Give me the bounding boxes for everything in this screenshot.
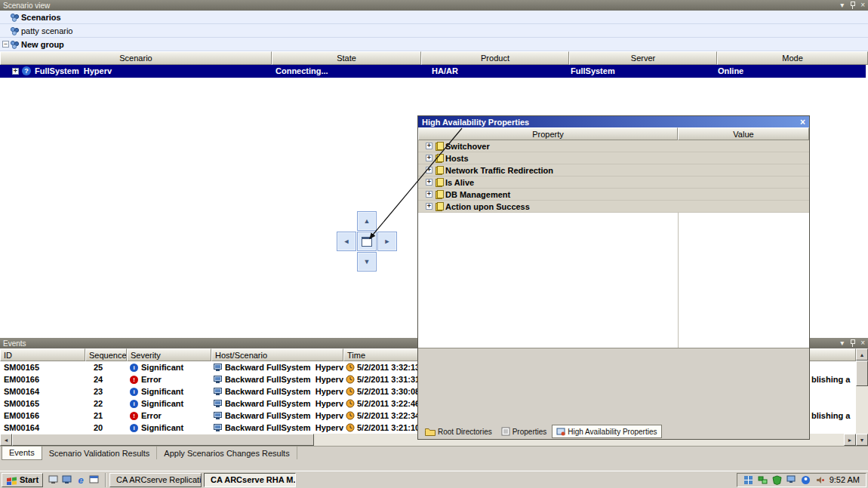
scenario-group-icon (10, 26, 20, 35)
column-header-scenario[interactable]: Scenario (0, 51, 272, 65)
dock-center-button[interactable] (357, 232, 377, 251)
tab-events[interactable]: Events (2, 447, 42, 460)
start-label: Start (20, 475, 38, 484)
clock-icon (346, 375, 355, 384)
pin-icon[interactable] (849, 339, 855, 347)
taskbar-clock[interactable]: 9:52 AM (830, 475, 860, 484)
scroll-up-icon[interactable]: ▲ (856, 348, 868, 361)
arrow-right-icon: ► (384, 238, 391, 245)
column-header-severity[interactable]: Severity (127, 348, 211, 361)
events-tabs: Events Scenario Validation Results Apply… (0, 446, 868, 459)
tab-apply-scenarios-changes-results[interactable]: Apply Scenarios Changes Results (157, 447, 297, 459)
close-icon[interactable]: × (860, 339, 865, 347)
significant-icon: i (130, 424, 138, 432)
quick-launch-bar: e (43, 473, 106, 487)
event-severity: Error (141, 375, 162, 384)
start-button[interactable]: Start (2, 473, 43, 487)
scenario-view-titlebar[interactable]: Scenario view ▾ × (0, 0, 868, 11)
tree-item-scenarios[interactable]: Scenarios (0, 11, 868, 24)
property-group-icon (436, 142, 444, 151)
column-header-mode[interactable]: Mode (717, 51, 868, 65)
property-group-label: Action upon Success (445, 202, 530, 211)
scroll-right-icon[interactable]: ► (844, 434, 856, 446)
taskbar-button-label: CA ARCserve RHA M... (211, 475, 296, 484)
tab-label: Root Directories (438, 428, 492, 436)
dock-up-button[interactable]: ▲ (357, 211, 377, 231)
dialog-titlebar[interactable]: High Availability Properties × (418, 116, 809, 127)
expand-expander-icon[interactable]: + (426, 155, 432, 161)
taskbar-button-arcserve-rha-manager[interactable]: CA ARCserve RHA M... (204, 473, 296, 487)
vertical-scrollbar[interactable]: ▲ ▼ (856, 348, 868, 446)
column-header-state[interactable]: State (272, 51, 421, 65)
column-header-sequence[interactable]: Sequence ▽ (85, 348, 127, 361)
property-group-is-alive[interactable]: + Is Alive (418, 176, 809, 189)
scrollbar-thumb[interactable] (12, 434, 314, 446)
expand-expander-icon[interactable]: + (426, 191, 432, 198)
property-group-hosts[interactable]: + Hosts (418, 152, 809, 164)
event-host: Backward FullSystem Hyperv (225, 399, 343, 408)
window-launch-icon[interactable] (89, 474, 100, 485)
expand-expander-icon[interactable]: + (426, 179, 432, 186)
display-tray-icon[interactable] (786, 474, 797, 485)
volume-icon[interactable] (815, 474, 826, 485)
dropdown-icon[interactable]: ▾ (840, 2, 844, 9)
scrollbar-thumb[interactable] (856, 361, 868, 386)
property-group-db-management[interactable]: + DB Management (418, 189, 809, 201)
event-time: 5/2/2011 3:30:08 (357, 387, 420, 396)
dock-right-button[interactable]: ► (377, 232, 397, 251)
property-group-network-traffic-redirection[interactable]: + Network Traffic Redirection (418, 164, 809, 176)
tree-item-new-group[interactable]: − New group (0, 38, 868, 51)
taskbar-button-arcserve-replication[interactable]: CA ARCserve Replication... (109, 473, 202, 487)
close-icon[interactable]: × (860, 2, 865, 9)
event-id: SM00164 (0, 387, 85, 396)
event-host: Backward FullSystem Hyperv (225, 411, 343, 420)
taskbar-button-label: CA ARCserve Replication... (116, 475, 202, 484)
column-header-product[interactable]: Product (421, 51, 569, 65)
dock-down-button[interactable]: ▼ (357, 252, 377, 272)
event-severity: Significant (141, 423, 183, 432)
expand-expander-icon[interactable]: + (426, 167, 432, 173)
column-header-server[interactable]: Server (569, 51, 717, 65)
tab-high-availability-properties[interactable]: High Availability Properties (552, 425, 661, 438)
scenario-server: FullSystem (571, 66, 615, 75)
dropdown-icon[interactable]: ▾ (840, 339, 844, 347)
expand-expander-icon[interactable]: + (12, 68, 19, 75)
display-launch-icon[interactable] (62, 474, 72, 485)
event-time: 5/2/2011 3:21:10 (357, 423, 420, 432)
property-group-action-upon-success[interactable]: + Action upon Success (418, 201, 809, 213)
properties-icon (501, 427, 510, 436)
column-header-id[interactable]: ID (0, 348, 85, 361)
column-header-host-scenario[interactable]: Host/Scenario (211, 348, 343, 361)
scenario-table-header: Scenario State Product Server Mode (0, 51, 868, 65)
close-icon[interactable]: × (800, 118, 805, 127)
dock-left-button[interactable]: ◄ (337, 232, 356, 251)
error-icon: ! (130, 412, 138, 420)
scenario-row[interactable]: + ? FullSystem Hyperv Connecting... HA/A… (0, 65, 866, 78)
collapse-expander-icon[interactable]: − (2, 41, 9, 48)
show-desktop-icon[interactable] (48, 474, 59, 485)
internet-explorer-icon[interactable]: e (75, 474, 86, 485)
clock-icon (346, 411, 355, 420)
pin-icon[interactable] (849, 2, 855, 9)
property-group-switchover[interactable]: + Switchover (418, 140, 809, 152)
shield-icon[interactable] (772, 474, 783, 485)
tab-root-directories[interactable]: Root Directories (421, 425, 496, 437)
event-host: Backward FullSystem Hyperv (225, 423, 343, 432)
messenger-icon[interactable] (801, 474, 811, 485)
column-header-property[interactable]: Property (418, 127, 678, 140)
tree-item-patty-scenario[interactable]: patty scenario (0, 24, 868, 38)
scroll-left-icon[interactable]: ◄ (0, 434, 12, 446)
tab-scenario-validation-results[interactable]: Scenario Validation Results (42, 447, 158, 459)
grid-tray-icon[interactable] (743, 474, 754, 485)
scroll-down-icon[interactable]: ▼ (856, 434, 868, 446)
host-icon (214, 400, 223, 408)
network-icon[interactable] (758, 474, 768, 485)
tab-properties[interactable]: Properties (497, 425, 551, 437)
dialog-title: High Availability Properties (422, 118, 529, 127)
event-id: SM00165 (0, 363, 85, 372)
significant-icon: i (130, 388, 138, 396)
property-group-label: Switchover (445, 142, 490, 151)
expand-expander-icon[interactable]: + (426, 143, 432, 149)
column-header-value[interactable]: Value (678, 127, 809, 140)
expand-expander-icon[interactable]: + (426, 203, 432, 210)
